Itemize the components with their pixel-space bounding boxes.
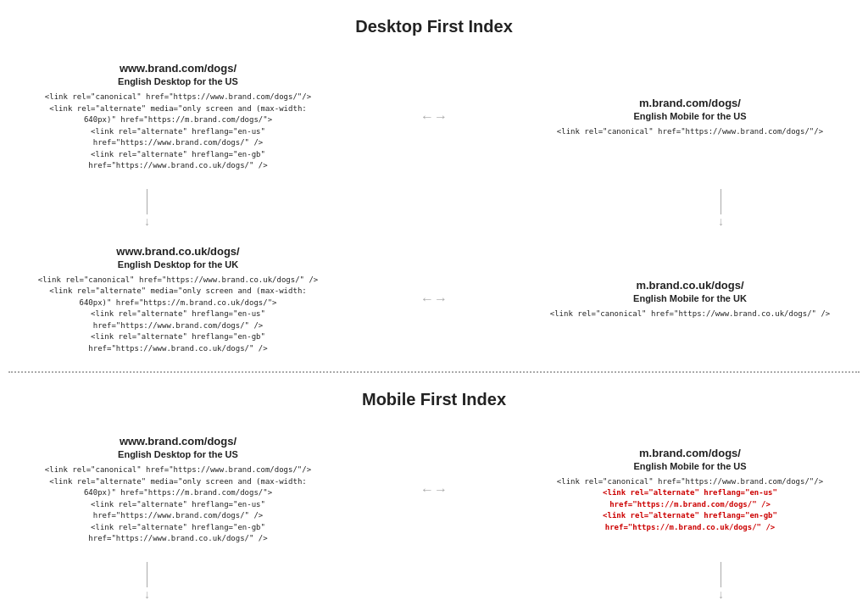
desktop-top-row: www.brand.com/dogs/ English Desktop for … xyxy=(8,62,860,172)
desktop-section: Desktop First Index www.brand.com/dogs/ … xyxy=(8,17,860,354)
desktop-top-left-code: <link rel="canonical" href="https://www.… xyxy=(34,92,322,172)
mobile-diagram: www.brand.com/dogs/ English Desktop for … xyxy=(8,435,860,606)
bidirectional-arrow-3: ←→ xyxy=(420,482,448,498)
desktop-bottom-left-label: English Desktop for the UK xyxy=(34,259,322,270)
mobile-top-left-code: <link rel="canonical" href="https://www.… xyxy=(34,464,322,545)
mobile-section: Mobile First Index www.brand.com/dogs/ E… xyxy=(8,390,860,606)
desktop-top-right-label: English Mobile for the US xyxy=(546,111,834,121)
desktop-bottom-right-box: m.brand.co.uk/dogs/ English Mobile for t… xyxy=(546,279,834,320)
desktop-top-left-label: English Desktop for the US xyxy=(34,76,322,86)
desktop-bottom-row: www.brand.co.uk/dogs/ English Desktop fo… xyxy=(8,245,860,355)
desktop-bottom-left-code: <link rel="canonical" href="https://www.… xyxy=(34,275,322,355)
mobile-right-vertical-arrow: ↓ xyxy=(718,562,724,601)
mobile-top-arrow: ←→ xyxy=(383,482,485,498)
mobile-left-vertical-arrow: ↓ xyxy=(144,562,150,601)
desktop-top-right-url: m.brand.com/dogs/ xyxy=(546,97,834,109)
mobile-top-right-code: <link rel="canonical" href="https://www.… xyxy=(546,476,834,534)
mobile-top-right-box: m.brand.com/dogs/ English Mobile for the… xyxy=(546,447,834,534)
desktop-top-right-code: <link rel="canonical" href="https://www.… xyxy=(546,126,834,138)
mobile-top-left-label: English Desktop for the US xyxy=(34,449,322,459)
desktop-right-vertical-arrow: ↓ xyxy=(718,189,724,228)
desktop-bottom-left-url: www.brand.co.uk/dogs/ xyxy=(34,245,322,258)
desktop-top-left-box: www.brand.com/dogs/ English Desktop for … xyxy=(34,62,322,172)
mobile-top-right-url: m.brand.com/dogs/ xyxy=(546,447,834,459)
mobile-top-left-box: www.brand.com/dogs/ English Desktop for … xyxy=(34,435,322,545)
desktop-diagram: www.brand.com/dogs/ English Desktop for … xyxy=(8,62,860,354)
mobile-top-left-url: www.brand.com/dogs/ xyxy=(34,435,322,448)
desktop-bottom-right-label: English Mobile for the UK xyxy=(546,293,834,303)
section-divider xyxy=(8,371,860,373)
desktop-vertical-arrows: ↓ ↓ xyxy=(8,189,860,228)
desktop-bottom-right-code: <link rel="canonical" href="https://www.… xyxy=(546,309,834,320)
desktop-left-vertical-arrow: ↓ xyxy=(144,189,150,228)
desktop-top-arrow: ←→ xyxy=(383,109,485,125)
desktop-bottom-arrow: ←→ xyxy=(383,292,485,307)
mobile-vertical-arrows: ↓ ↓ xyxy=(8,562,860,601)
desktop-section-title: Desktop First Index xyxy=(8,17,860,36)
bidirectional-arrow-2: ←→ xyxy=(420,292,448,307)
desktop-top-right-box: m.brand.com/dogs/ English Mobile for the… xyxy=(546,97,834,138)
desktop-bottom-right-url: m.brand.co.uk/dogs/ xyxy=(546,279,834,292)
desktop-top-left-url: www.brand.com/dogs/ xyxy=(34,62,322,75)
bidirectional-arrow: ←→ xyxy=(420,109,448,125)
mobile-top-right-label: English Mobile for the US xyxy=(546,461,834,471)
mobile-section-title: Mobile First Index xyxy=(8,390,860,409)
mobile-top-row: www.brand.com/dogs/ English Desktop for … xyxy=(8,435,860,545)
desktop-bottom-left-box: www.brand.co.uk/dogs/ English Desktop fo… xyxy=(34,245,322,355)
